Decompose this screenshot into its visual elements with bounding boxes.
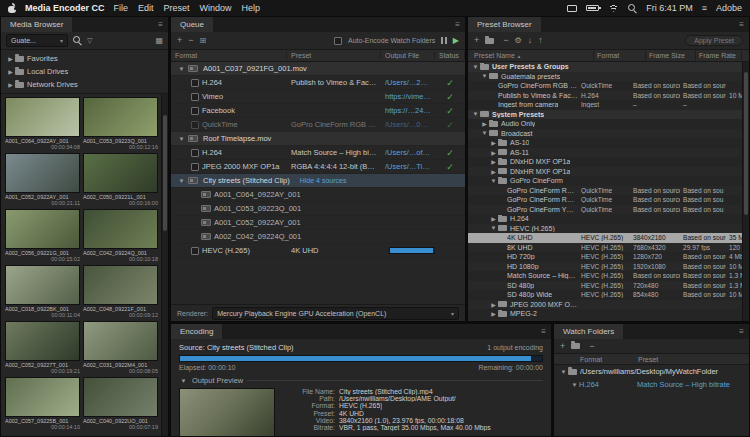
twirl-icon[interactable]: ▼ [480,130,489,136]
twirl-icon[interactable]: ▶ [489,310,498,317]
queue-output-row[interactable]: Vimeohttps://vimeo.com/184066142✓ [171,90,465,104]
output-preset[interactable]: Publish to Vimeo & Facebook [287,78,381,87]
queue-subsource-row[interactable]: A001_C053_09223Q_001 [171,202,465,216]
tab-queue[interactable]: Queue [171,17,213,32]
media-clip[interactable]: A002_C048_09221F_00100:00:09:12 [83,265,158,318]
twirl-icon[interactable]: ▶ [489,168,498,175]
media-clip[interactable]: A001_C064_0922AY_00100:00:34:08 [5,97,80,150]
remove-watch-folder-icon[interactable]: − [589,342,594,351]
media-clip[interactable]: A002_C042_09224Q_00100:00:10:18 [83,209,158,262]
preset-row[interactable]: Publish to Vimeo & FacebookH.264Based on… [468,91,742,101]
media-clip[interactable]: A001_C052_0922AY_00100:00:21:11 [5,153,80,206]
column-status[interactable]: Status [435,52,465,59]
queue-output-row[interactable]: Facebookhttps://…24119614602283✓ [171,104,465,118]
preset-group-row[interactable]: ▶Audio Only [468,119,742,129]
preset-row[interactable]: HD 1080pHEVC (H.265)1920x1080Based on so… [468,262,742,272]
media-clip[interactable]: A002_C018_0922BK_00100:00:11:04 [5,265,80,318]
sidebar-item-network-drives[interactable]: ▶Network Drives [1,78,168,91]
preset-group-row[interactable]: ▼User Presets & Groups [468,62,742,72]
column-output-file[interactable]: Output File [381,52,435,59]
preset-group-row[interactable]: ▼HEVC (H.265) [468,224,742,234]
menu-window[interactable]: Window [200,3,232,13]
queue-source-row[interactable]: ▼Roof Timelapse.mov [171,132,465,146]
twirl-icon[interactable]: ▶ [6,55,15,62]
preset-row[interactable]: Match Source – High BitrateHEVC (H.265)B… [468,271,742,281]
filter-icon[interactable]: ▽ [87,37,92,44]
output-path-link[interactable]: /Users/nwilliams/Desktop/AME Output/ [339,395,456,402]
column-frame-rate[interactable]: Frame Rate [696,50,742,61]
preset-group-row[interactable]: ▼Guatemala presets [468,72,742,82]
column-preset-name[interactable]: Preset Name▴ [468,50,594,61]
preset-row[interactable]: GoPro CineForm RGB 12-bit with alphaQuic… [468,186,742,196]
panel-menu-icon[interactable]: ≡ [734,17,749,32]
preset-row[interactable]: 4K UHDHEVC (H.265)3840x2160Based on sour… [468,233,742,243]
twirl-icon[interactable]: ▶ [489,215,498,222]
apple-menu-icon[interactable] [8,3,16,13]
twirl-icon[interactable]: ▼ [177,66,186,72]
start-queue-button[interactable]: ▶ [453,37,459,45]
queue-subsource-row[interactable]: A001_C052_0922AY_001 [171,216,465,230]
twirl-icon[interactable]: ▼ [177,136,186,142]
auto-encode-checkbox[interactable] [334,37,342,45]
sidebar-item-local-drives[interactable]: ▶Local Drives [1,65,168,78]
watch-folder-row[interactable]: ▼/Users/nwilliams/Desktop/MyWatchFolder [554,365,749,378]
preset-row[interactable]: HD 720pHEVC (H.265)1280x720Based on sour… [468,252,742,262]
twirl-icon[interactable]: ▼ [489,178,498,184]
column-preset[interactable]: Preset [287,52,381,59]
output-preset[interactable]: 4K UHD [287,246,381,255]
preset-group-row[interactable]: ▶H.264 [468,214,742,224]
twirl-icon[interactable]: ▼ [570,382,579,388]
column-preset[interactable]: Preset [638,356,658,363]
media-browser-scrollbar[interactable] [161,94,168,436]
new-group-icon[interactable] [485,38,494,44]
queue-subsource-row[interactable]: A001_C064_0922AY_001 [171,188,465,202]
menu-preset[interactable]: Preset [164,3,190,13]
search-icon[interactable] [73,36,82,45]
preset-group-row[interactable]: ▶AS-11 [468,148,742,158]
wifi-icon[interactable] [608,4,619,12]
output-file-link[interactable]: https://…24119614602283 [385,106,431,115]
queue-output-row[interactable]: JPEG 2000 MXF OP1aRGBA 4:4:4:4 12-bit (B… [171,160,465,174]
output-checkbox[interactable] [191,163,199,171]
queue-output-row[interactable]: H.264Match Source – High bitr…/Users/…of… [171,146,465,160]
preset-row[interactable]: GoPro CineForm YUV 10-bitQuickTimeBased … [468,205,742,215]
twirl-icon[interactable]: ▶ [489,301,498,308]
pause-button[interactable] [441,37,447,44]
twirl-icon[interactable]: ▼ [559,369,568,375]
preset-browser-scrollbar[interactable] [742,62,749,321]
notification-center-icon[interactable]: ≡ [702,3,707,13]
twirl-icon[interactable]: ▶ [480,120,489,127]
preset-group-row[interactable]: ▼System Presets [468,110,742,120]
preset-group-row[interactable]: ▶DNxHD MXF OP1a [468,157,742,167]
preset-group-row[interactable]: ▶AS-10 [468,138,742,148]
preset-row[interactable]: Ingest from cameraIngest–– [468,100,742,110]
menu-clock[interactable]: Fri 6:41 PM [646,3,693,13]
import-preset-icon[interactable]: ↓ [528,36,533,45]
media-clip[interactable]: A002_C052_09227T_00100:00:19:21 [5,321,80,374]
preset-row[interactable]: GoPro CineForm RGB 12-bit with alpha (Al… [468,81,742,91]
queue-output-row[interactable]: H.264Publish to Vimeo & Facebook/Users/…… [171,76,465,90]
twirl-icon[interactable]: ▼ [471,111,480,117]
apply-preset-button[interactable]: Apply Preset [685,35,743,46]
renderer-dropdown[interactable]: Mercury Playback Engine GPU Acceleration… [212,307,459,320]
battery-icon[interactable] [586,5,599,11]
media-clip[interactable]: A002_C057_09225B_00100:00:14:10 [5,377,80,430]
output-file-link[interactable]: https://vimeo.com/184066142 [385,92,431,101]
output-file-link[interactable]: /Users/…0921FG_001.mov [385,120,431,129]
tab-preset-browser[interactable]: Preset Browser [468,17,541,32]
preset-group-row[interactable]: ▶JPEG 2000 MXF OP1a [468,300,742,310]
output-checkbox[interactable] [191,149,199,157]
twirl-icon[interactable]: ▶ [489,139,498,146]
output-file-link[interactable]: /Users/…of Timelapse.mp4 [385,148,431,157]
tab-media-browser[interactable]: Media Browser [1,17,72,32]
media-clip[interactable]: A002_C040_0922UO_00100:00:07:19 [83,377,158,430]
add-output-icon[interactable]: + [177,36,182,45]
tab-encoding[interactable]: Encoding [171,324,222,339]
queue-output-row[interactable]: HEVC (H.265)4K UHD/Users/…itched Clip).m… [171,244,465,258]
display-icon[interactable] [567,5,577,12]
remove-output-icon[interactable]: − [188,36,193,45]
preset-row[interactable]: SD 480p WideHEVC (H.265)854x480Based on … [468,290,742,300]
media-clip[interactable]: A002_C031_0922M4_00100:00:08:05 [83,321,158,374]
twirl-icon[interactable]: ▼ [480,73,489,79]
twirl-icon[interactable]: ▶ [6,68,15,75]
